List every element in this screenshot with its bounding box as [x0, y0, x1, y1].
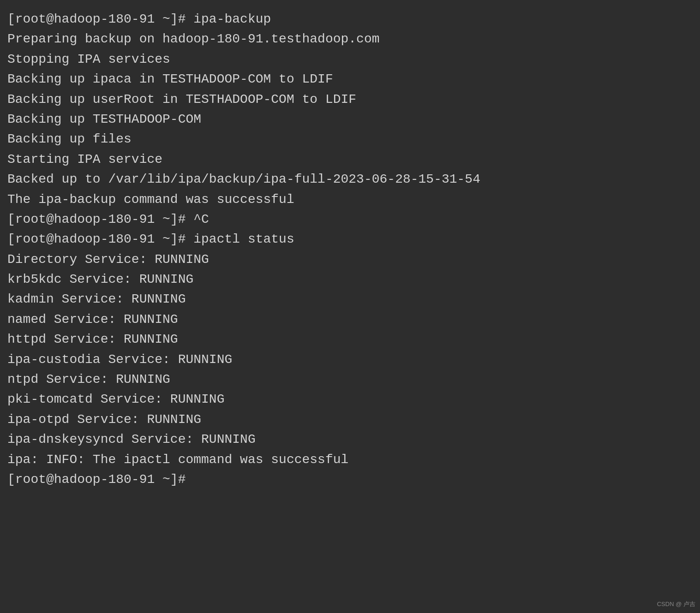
- terminal-line: Backing up userRoot in TESTHADOOP-COM to…: [7, 89, 693, 109]
- terminal-line: kadmin Service: RUNNING: [7, 289, 693, 309]
- terminal-line: Directory Service: RUNNING: [7, 250, 693, 269]
- terminal-line: Backing up files: [7, 129, 693, 149]
- terminal-line: Starting IPA service: [7, 149, 693, 169]
- terminal-line: ipa-custodia Service: RUNNING: [7, 350, 693, 369]
- terminal-line: krb5kdc Service: RUNNING: [7, 269, 693, 289]
- terminal-line: The ipa-backup command was successful: [7, 190, 693, 209]
- terminal-line: [root@hadoop-180-91 ~]# ipactl status: [7, 229, 693, 249]
- terminal-line: ipa-dnskeysyncd Service: RUNNING: [7, 429, 693, 449]
- terminal-line: Stopping IPA services: [7, 49, 693, 69]
- terminal-line: ipa: INFO: The ipactl command was succes…: [7, 450, 693, 470]
- watermark-label: CSDN @ 卢吉: [657, 600, 695, 608]
- terminal-line: [root@hadoop-180-91 ~]#: [7, 470, 693, 489]
- terminal-line: Backing up ipaca in TESTHADOOP-COM to LD…: [7, 69, 693, 89]
- terminal-line: ntpd Service: RUNNING: [7, 369, 693, 389]
- terminal-line: Backing up TESTHADOOP-COM: [7, 109, 693, 129]
- terminal-line: ipa-otpd Service: RUNNING: [7, 410, 693, 429]
- terminal-line: Preparing backup on hadoop-180-91.testha…: [7, 29, 693, 49]
- terminal-line: pki-tomcatd Service: RUNNING: [7, 389, 693, 409]
- terminal-line: Backed up to /var/lib/ipa/backup/ipa-ful…: [7, 169, 693, 189]
- terminal-line: [root@hadoop-180-91 ~]# ipa-backup: [7, 9, 693, 29]
- terminal-container: [root@hadoop-180-91 ~]# ipa-backupPrepar…: [7, 9, 693, 489]
- terminal-line: [root@hadoop-180-91 ~]# ^C: [7, 209, 693, 229]
- terminal-line: named Service: RUNNING: [7, 309, 693, 329]
- terminal-line: httpd Service: RUNNING: [7, 329, 693, 349]
